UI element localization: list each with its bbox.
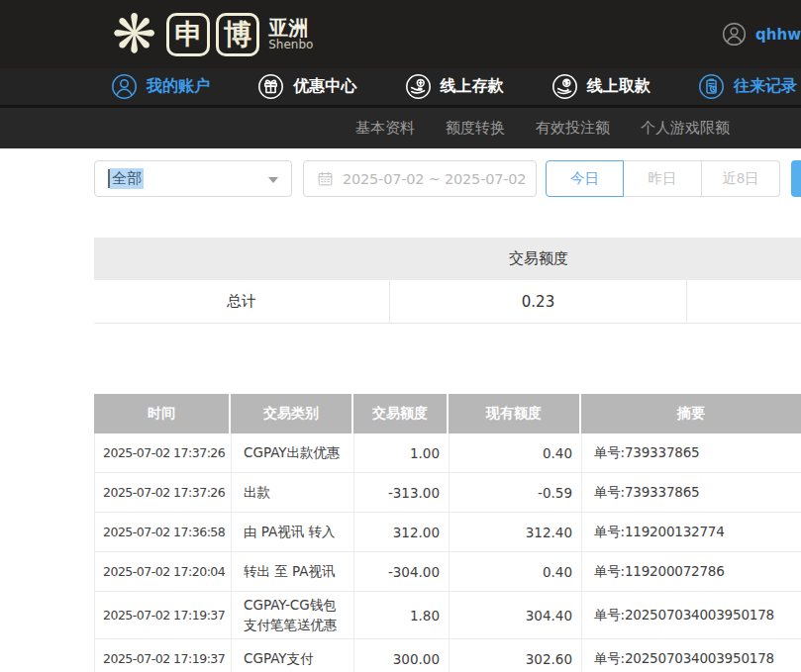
- flower-logo-icon: ❋: [112, 8, 156, 61]
- cell-amount: -304.00: [354, 552, 450, 591]
- transaction-row: 2025-07-02 17:37:26出款-313.00-0.59单号:7393…: [94, 473, 801, 513]
- cell-category: CGPAY支付: [232, 639, 354, 672]
- cell-category: CGPAY出款优惠: [232, 433, 354, 472]
- cell-category: 出款: [232, 473, 354, 512]
- account-records-page: ❋ 申 博 亚洲 Shenbo qhhw 我的账户优惠中心线上存款线上取款往来记…: [0, 0, 801, 672]
- cell-amount: -313.00: [354, 473, 450, 512]
- logo-char-bo: 博: [216, 13, 259, 56]
- cell-balance: 0.40: [450, 433, 582, 472]
- quick-button-2[interactable]: 昨日: [624, 160, 702, 197]
- cell-amount: 1.00: [354, 433, 450, 472]
- gift-icon: [257, 73, 284, 100]
- cell-time: 2025-07-02 17:20:04: [95, 552, 232, 591]
- transaction-row: 2025-07-02 17:36:58由 PA视讯 转入312.00312.40…: [94, 513, 801, 552]
- site-logo[interactable]: ❋ 申 博 亚洲 Shenbo: [0, 8, 313, 61]
- search-button[interactable]: [791, 160, 801, 197]
- deposit-icon: [405, 73, 432, 100]
- summary-row-label: 总计: [94, 280, 390, 323]
- main-nav: 我的账户优惠中心线上存款线上取款往来记录: [0, 68, 801, 105]
- nav-item-label: 线上存款: [441, 76, 504, 97]
- top-header: ❋ 申 博 亚洲 Shenbo qhhw: [0, 0, 801, 68]
- summary-header-label: 交易额度: [390, 238, 687, 280]
- subnav-item-1[interactable]: 基本资料: [355, 119, 415, 138]
- cell-time: 2025-07-02 17:19:37: [95, 639, 232, 672]
- quick-button-3[interactable]: 近8日: [702, 160, 780, 197]
- cell-amount: 300.00: [354, 639, 450, 672]
- nav-item-label: 往来记录: [734, 76, 797, 97]
- cell-amount: 1.80: [354, 592, 450, 638]
- logo-subtitle: Shenbo: [268, 39, 313, 51]
- nav-item-deposit[interactable]: 线上存款: [405, 73, 504, 100]
- user-icon: [111, 73, 138, 100]
- quick-button-1[interactable]: 今日: [546, 160, 624, 197]
- cell-category: 转出 至 PA视讯: [232, 552, 354, 591]
- avatar-icon: [722, 22, 747, 47]
- cell-time: 2025-07-02 17:37:26: [95, 473, 232, 512]
- calendar-icon: [317, 170, 334, 187]
- column-header-2: 交易类别: [231, 394, 353, 433]
- sub-nav: 基本资料额度转换有效投注额个人游戏限额: [0, 108, 801, 148]
- quick-date-buttons: 今日昨日近8日: [546, 160, 780, 197]
- cell-note: 单号:202507034003950178: [582, 592, 801, 638]
- cell-category: 由 PA视讯 转入: [232, 513, 354, 551]
- transaction-row: 2025-07-02 17:19:37CGPAY支付300.00302.60单号…: [94, 639, 801, 672]
- column-header-5: 摘要: [581, 394, 801, 433]
- username-label: qhhw: [755, 26, 801, 44]
- summary-total-value: 0.23: [390, 280, 687, 323]
- nav-item-withdraw[interactable]: 线上取款: [551, 73, 651, 100]
- logo-char-shen: 申: [166, 13, 210, 56]
- cell-note: 单号:119200132774: [582, 513, 801, 551]
- category-select-value: 全部: [110, 168, 144, 189]
- summary-total-row: 总计 0.23: [94, 280, 801, 324]
- cell-balance: 304.40: [450, 592, 582, 638]
- nav-item-label: 优惠中心: [293, 76, 356, 97]
- summary-empty-cell: [687, 280, 801, 323]
- column-header-1: 时间: [94, 394, 231, 433]
- records-icon: [698, 73, 725, 100]
- summary-table: 交易额度 总计 0.23: [94, 238, 801, 324]
- nav-item-gift[interactable]: 优惠中心: [257, 73, 356, 100]
- cell-time: 2025-07-02 17:36:58: [95, 513, 232, 551]
- subnav-item-2[interactable]: 额度转换: [446, 119, 505, 138]
- cell-note: 单号:739337865: [582, 433, 801, 472]
- category-select[interactable]: 全部: [94, 160, 292, 197]
- withdraw-icon: [551, 73, 578, 100]
- date-range-input[interactable]: 2025-07-02 ~ 2025-07-02: [303, 160, 537, 197]
- nav-item-user[interactable]: 我的账户: [111, 73, 210, 100]
- transactions-table: 时间交易类别交易额度现有额度摘要 2025-07-02 17:37:26CGPA…: [94, 394, 801, 672]
- nav-item-label: 我的账户: [147, 76, 210, 97]
- subnav-item-3[interactable]: 有效投注额: [536, 119, 610, 138]
- transactions-header-row: 时间交易类别交易额度现有额度摘要: [94, 394, 801, 433]
- nav-item-records[interactable]: 往来记录: [698, 73, 797, 100]
- subnav-item-4[interactable]: 个人游戏限额: [641, 119, 730, 138]
- cell-time: 2025-07-02 17:37:26: [95, 433, 232, 472]
- transaction-row: 2025-07-02 17:20:04转出 至 PA视讯-304.000.40单…: [94, 552, 801, 592]
- user-account[interactable]: qhhw: [722, 0, 801, 68]
- cell-balance: 302.60: [450, 639, 582, 672]
- cell-note: 单号:739337865: [582, 473, 801, 512]
- cell-time: 2025-07-02 17:19:37: [95, 592, 232, 638]
- nav-item-label: 线上取款: [587, 76, 651, 97]
- transaction-row: 2025-07-02 17:19:37CGPAY-CG钱包支付笔笔送优惠1.80…: [94, 592, 801, 639]
- column-header-3: 交易额度: [353, 394, 449, 433]
- cell-category: CGPAY-CG钱包支付笔笔送优惠: [232, 592, 354, 638]
- transaction-row: 2025-07-02 17:37:26CGPAY出款优惠1.000.40单号:7…: [94, 433, 801, 473]
- transactions-body: 2025-07-02 17:37:26CGPAY出款优惠1.000.40单号:7…: [94, 433, 801, 672]
- column-header-4: 现有额度: [449, 394, 581, 433]
- chevron-down-icon: [268, 177, 278, 183]
- cell-note: 单号:202507034003950178: [582, 639, 801, 672]
- logo-wordmark: 亚洲 Shenbo: [268, 17, 313, 51]
- cell-note: 单号:119200072786: [582, 552, 801, 591]
- cell-amount: 312.00: [354, 513, 450, 551]
- summary-header-row: 交易额度: [94, 238, 801, 280]
- date-range-value: 2025-07-02 ~ 2025-07-02: [343, 171, 526, 187]
- cell-balance: 312.40: [450, 513, 582, 551]
- cell-balance: -0.59: [450, 473, 582, 512]
- logo-region-label: 亚洲: [268, 17, 313, 39]
- cell-balance: 0.40: [450, 552, 582, 591]
